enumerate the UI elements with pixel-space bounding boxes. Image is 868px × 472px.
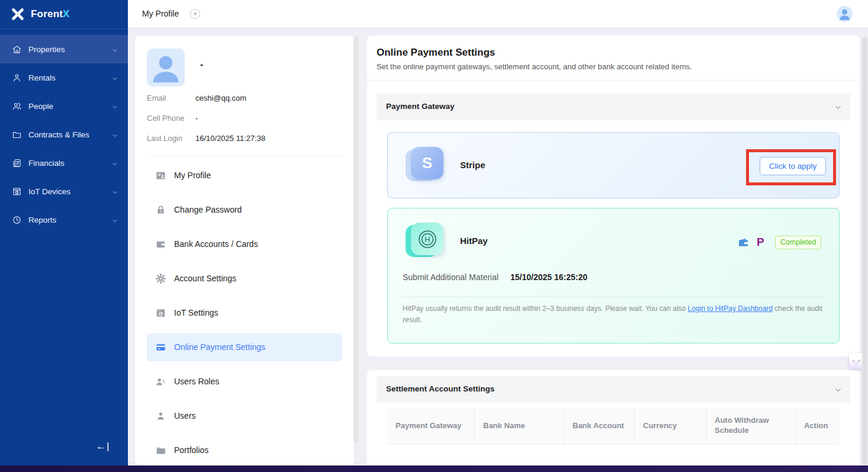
main-scrollbar[interactable]: [862, 37, 867, 465]
settlement-section-header[interactable]: Settlement Account Settings: [377, 376, 850, 403]
click-to-apply-button[interactable]: Click to apply: [760, 157, 826, 175]
col-payment-gateway: Payment Gateway: [387, 407, 475, 444]
status-badge: Completed: [775, 236, 821, 249]
gateway-name: Stripe: [460, 160, 486, 170]
col-auto-withdraw-schedule: Auto Withdraw Schedule: [706, 407, 796, 444]
sidebar-item-properties[interactable]: Properties: [0, 35, 128, 63]
divider: [147, 155, 342, 156]
stripe-logo-icon: S: [406, 147, 443, 185]
avatar-person-icon: [837, 6, 853, 22]
chevron-down-icon: [111, 74, 118, 81]
page-title: Online Payment Settings: [377, 47, 495, 59]
wallet-payment-method-icon: [737, 236, 750, 249]
chevron-down-icon: [111, 46, 118, 53]
tab-close-icon[interactable]: ×: [190, 9, 200, 19]
chevron-down-icon: [111, 159, 118, 166]
hitpay-letter: H: [425, 235, 430, 244]
folder-icon: [12, 130, 22, 140]
table-header-row: Payment Gateway Bank Name Bank Account C…: [387, 407, 840, 445]
profile-name: -: [200, 59, 203, 70]
menu-item-portfolios[interactable]: Portfolios: [147, 436, 342, 464]
online-payment-settings-panel: Online Payment Settings Set the online p…: [367, 36, 860, 357]
page-subtitle: Set the online payment gateways, settlem…: [377, 62, 692, 71]
paynow-icon: P: [757, 236, 764, 249]
avatar-person-icon: [147, 49, 185, 86]
hitpay-logo-icon: H: [406, 223, 443, 261]
document-icon: [12, 158, 22, 168]
menu-item-change-password[interactable]: Change Password: [147, 196, 342, 224]
settlement-table: Payment Gateway Bank Name Bank Account C…: [387, 407, 840, 445]
menu-item-iot-settings[interactable]: IoT Settings: [147, 299, 342, 327]
menu-item-account-settings[interactable]: Account Settings: [147, 265, 342, 293]
col-currency: Currency: [635, 407, 706, 444]
people-icon: [12, 101, 22, 111]
sidebar-nav: Properties Rentals People Contracts & Fi…: [0, 28, 128, 234]
person-icon: [12, 73, 22, 83]
iot-device-icon: [12, 187, 22, 197]
sidebar-item-rentals[interactable]: Rentals: [0, 63, 128, 92]
chevron-down-icon: [111, 216, 118, 223]
sidebar-item-people[interactable]: People: [0, 92, 128, 120]
settlement-account-settings-panel: Settlement Account Settings Payment Gate…: [367, 370, 860, 465]
clock-icon: [12, 215, 22, 225]
lock-icon: [155, 204, 166, 216]
gateway-name: HitPay: [460, 236, 488, 246]
profile-avatar: [147, 49, 185, 86]
sidebar-item-reports[interactable]: Reports: [0, 206, 128, 234]
hitpay-gateway-card: H HitPay P Completed Submit Additional M…: [387, 208, 840, 343]
chevron-down-icon: [111, 131, 118, 138]
brand-logo: ForentX: [0, 0, 128, 28]
home-icon: [12, 44, 22, 54]
stripe-gateway-card: S Stripe Click to apply: [387, 132, 840, 198]
user-icon: [155, 410, 166, 422]
id-card-icon: [155, 170, 166, 181]
chevron-down-icon: [834, 386, 842, 393]
profile-field-cell-phone: Cell Phone -: [147, 114, 342, 127]
folder-icon: [155, 445, 166, 456]
user-avatar[interactable]: [837, 6, 853, 22]
gear-icon: [155, 273, 166, 284]
brand-name: ForentX: [31, 8, 70, 20]
chevron-down-icon: [834, 103, 842, 111]
profile-panel-scrollbar[interactable]: [353, 37, 358, 443]
menu-item-users[interactable]: Users: [147, 402, 342, 430]
menu-item-my-profile[interactable]: My Profile: [147, 162, 342, 190]
submit-material-label: Submit Additional Material: [403, 272, 499, 282]
profile-menu: My Profile Change Password Bank Accounts…: [147, 162, 342, 471]
sidebar-collapse-button[interactable]: ←|: [96, 441, 110, 452]
chevron-down-icon: [111, 102, 118, 110]
profile-field-last-login: Last Login 16/10/2025 11:27:38: [147, 134, 342, 147]
col-bank-name: Bank Name: [475, 407, 564, 444]
topbar: My Profile ×: [128, 0, 868, 28]
divider: [403, 297, 825, 297]
sidebar-item-financials[interactable]: Financials: [0, 149, 128, 177]
iot-settings-icon: [155, 307, 166, 319]
users-roles-icon: [155, 376, 166, 387]
profile-panel: - Email ceshi@qq.com Cell Phone - Last L…: [135, 36, 354, 465]
brand-x-icon: [11, 7, 25, 21]
hitpay-dashboard-link[interactable]: Login to HitPay Dashboard: [688, 304, 773, 313]
sidebar-item-contracts-files[interactable]: Contracts & Files: [0, 120, 128, 149]
menu-item-online-payment-settings[interactable]: Online Payment Settings: [147, 333, 342, 361]
bottom-edge-bar: [0, 465, 868, 472]
profile-field-email: Email ceshi@qq.com: [147, 94, 342, 107]
col-action: Action: [796, 407, 840, 444]
audit-note: HitPay usually returns the audit result …: [403, 303, 827, 326]
col-bank-account: Bank Account: [564, 407, 635, 444]
tab-my-profile[interactable]: My Profile: [142, 9, 179, 18]
sidebar: ForentX Properties Rentals People Contra…: [0, 0, 128, 465]
submit-material-time: 15/10/2025 16:25:20: [510, 272, 587, 282]
chevron-down-icon: [111, 188, 118, 195]
divider: [367, 80, 860, 81]
wallet-icon: [155, 239, 166, 250]
sidebar-item-iot-devices[interactable]: IoT Devices: [0, 177, 128, 206]
payment-gateway-section-header[interactable]: Payment Gateway: [377, 94, 850, 120]
menu-item-bank-accounts-cards[interactable]: Bank Accounts / Cards: [147, 230, 342, 258]
credit-card-icon: [155, 342, 166, 353]
menu-item-users-roles[interactable]: Users Roles: [147, 368, 342, 396]
